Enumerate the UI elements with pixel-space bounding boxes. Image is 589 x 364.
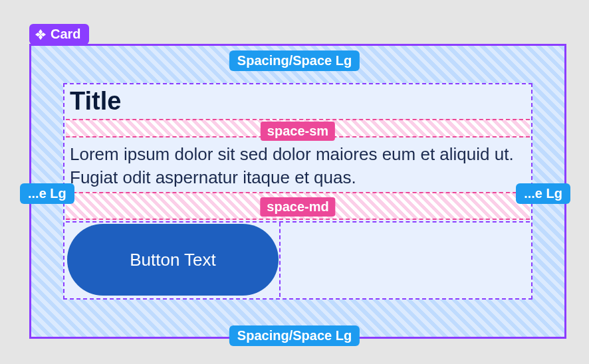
card-title: Title	[70, 87, 121, 116]
component-icon	[35, 29, 47, 41]
card-frame[interactable]: Title space-sm Lorem ipsum dolor sit sed…	[29, 44, 566, 339]
component-badge[interactable]: Card	[29, 24, 89, 45]
spacer-sm-label: space-sm	[261, 122, 335, 141]
component-name: Card	[51, 27, 81, 42]
button-row: Button Text	[66, 221, 530, 297]
padding-label-top: Spacing/Space Lg	[229, 50, 360, 71]
spacer-sm: space-sm	[66, 119, 530, 137]
spacer-md: space-md	[66, 192, 530, 220]
card-content-area: Title space-sm Lorem ipsum dolor sit sed…	[63, 83, 532, 300]
button-label: Button Text	[130, 250, 216, 270]
padding-label-right: ...e Lg	[516, 183, 570, 204]
card-body-text: Lorem ipsum dolor sit sed dolor maiores …	[70, 143, 526, 189]
primary-button[interactable]: Button Text	[67, 224, 279, 296]
padding-label-bottom: Spacing/Space Lg	[229, 325, 360, 346]
slot-divider	[279, 223, 281, 297]
padding-label-left: ...e Lg	[20, 183, 74, 204]
spacer-md-label: space-md	[260, 197, 335, 217]
